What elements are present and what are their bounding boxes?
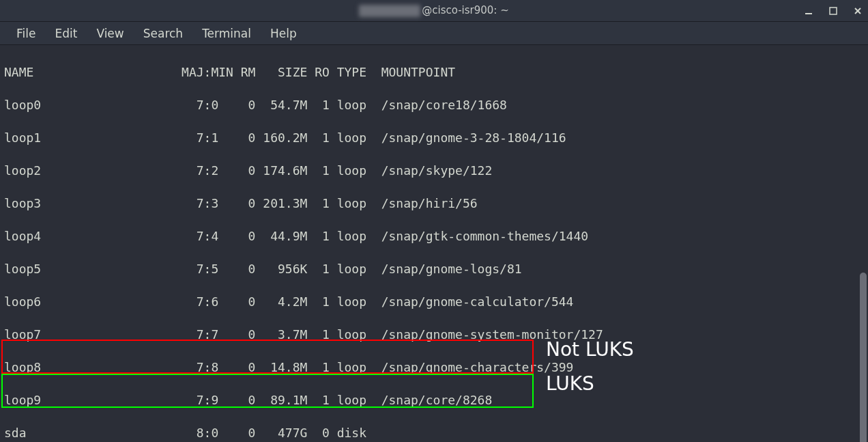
menu-search[interactable]: Search	[134, 24, 192, 43]
svg-rect-0	[805, 13, 812, 14]
lsblk-row: loop6 7:6 0 4.2M 1 loop /snap/gnome-calc…	[4, 294, 864, 310]
lsblk-row: loop4 7:4 0 44.9M 1 loop /snap/gtk-commo…	[4, 228, 864, 245]
scrollbar-thumb[interactable]	[860, 273, 867, 442]
blurred-username	[359, 5, 420, 17]
menu-terminal[interactable]: Terminal	[192, 24, 261, 43]
lsblk-row: loop0 7:0 0 54.7M 1 loop /snap/core18/16…	[4, 97, 864, 113]
annotation-luks: LUKS	[546, 376, 594, 392]
lsblk-row: sda 8:0 0 477G 0 disk	[4, 425, 864, 441]
lsblk-header: NAME MAJ:MIN RM SIZE RO TYPE MOUNTPOINT	[4, 64, 864, 81]
lsblk-row: loop3 7:3 0 201.3M 1 loop /snap/hiri/56	[4, 195, 864, 212]
title-text: @cisco-isr900: ~	[359, 4, 509, 17]
menu-edit[interactable]: Edit	[45, 24, 87, 43]
terminal-window: @cisco-isr900: ~ File Edit View Search T…	[0, 0, 868, 442]
close-button[interactable]	[852, 5, 864, 17]
lsblk-row: loop8 7:8 0 14.8M 1 loop /snap/gnome-cha…	[4, 359, 864, 376]
window-controls	[802, 0, 864, 21]
terminal-output[interactable]: NAME MAJ:MIN RM SIZE RO TYPE MOUNTPOINT …	[0, 45, 868, 442]
menubar: File Edit View Search Terminal Help	[0, 22, 868, 45]
annotation-not-luks: Not LUKS	[546, 342, 634, 358]
lsblk-row: loop5 7:5 0 956K 1 loop /snap/gnome-logs…	[4, 261, 864, 277]
menu-view[interactable]: View	[87, 24, 133, 43]
maximize-button[interactable]	[827, 5, 839, 17]
lsblk-row: loop9 7:9 0 89.1M 1 loop /snap/core/8268	[4, 392, 864, 409]
menu-file[interactable]: File	[7, 24, 45, 43]
svg-rect-1	[830, 8, 837, 14]
titlebar[interactable]: @cisco-isr900: ~	[0, 0, 868, 22]
lsblk-row: loop1 7:1 0 160.2M 1 loop /snap/gnome-3-…	[4, 130, 864, 146]
menu-help[interactable]: Help	[261, 24, 306, 43]
lsblk-row: loop7 7:7 0 3.7M 1 loop /snap/gnome-syst…	[4, 327, 864, 343]
lsblk-row: loop2 7:2 0 174.6M 1 loop /snap/skype/12…	[4, 163, 864, 179]
minimize-button[interactable]	[802, 5, 815, 17]
